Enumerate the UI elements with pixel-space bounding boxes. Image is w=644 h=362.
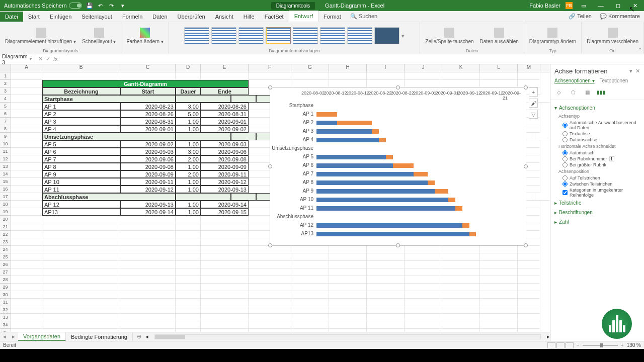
cell[interactable] [367, 314, 405, 321]
cell[interactable] [367, 253, 405, 261]
cell[interactable] [442, 299, 480, 306]
cell[interactable] [176, 193, 231, 201]
cell[interactable]: Abschlussphase [42, 193, 176, 201]
cell[interactable] [291, 268, 329, 276]
cell[interactable] [518, 299, 540, 306]
row-header[interactable]: 32 [0, 306, 11, 314]
row-header[interactable]: 21 [0, 223, 11, 231]
cell[interactable] [120, 253, 176, 261]
cell[interactable]: 2020-09-13 [120, 201, 176, 208]
cell[interactable] [518, 284, 540, 291]
tab-ansicht[interactable]: Ansicht [210, 12, 238, 22]
cell[interactable] [176, 321, 201, 329]
row-header[interactable]: 25 [0, 253, 11, 261]
user-badge[interactable]: FB [566, 2, 573, 9]
cell[interactable] [291, 329, 329, 332]
cell[interactable] [535, 193, 550, 201]
cell[interactable] [201, 276, 249, 284]
cell[interactable]: 2020-09-09 [201, 163, 249, 170]
tab-factset[interactable]: FactSet [260, 12, 289, 22]
cell[interactable] [11, 110, 42, 118]
cell[interactable] [201, 306, 249, 314]
cell[interactable] [405, 253, 442, 261]
cell[interactable] [11, 80, 42, 87]
cell[interactable] [120, 72, 176, 80]
chart-bar[interactable] [316, 197, 455, 202]
cell[interactable] [11, 321, 42, 329]
cell[interactable]: 2020-09-03 [201, 140, 249, 148]
cell[interactable]: Startphase [42, 95, 176, 103]
cell[interactable]: 2020-09-14 [201, 201, 249, 208]
col-header-D[interactable]: D [176, 64, 201, 72]
cell[interactable]: AP 2 [42, 110, 120, 118]
cell[interactable] [11, 299, 42, 306]
cell[interactable] [405, 72, 442, 80]
autosave-toggle[interactable]: Automatisches Speichern [4, 3, 82, 9]
gantt-chart-object[interactable]: 2020-08-022020-08-122020-08-122020-08-22… [270, 87, 526, 246]
hscroll-track[interactable] [154, 334, 541, 339]
cell[interactable] [120, 276, 176, 284]
cell[interactable] [518, 72, 540, 80]
cell[interactable] [176, 238, 201, 246]
cell[interactable] [11, 253, 42, 261]
cell[interactable] [480, 261, 518, 268]
cell[interactable] [291, 80, 329, 87]
row-header[interactable]: 11 [0, 148, 11, 155]
cell[interactable] [42, 291, 120, 299]
cell[interactable] [480, 284, 518, 291]
row-header[interactable]: 26 [0, 261, 11, 268]
cell[interactable] [442, 306, 480, 314]
cell[interactable] [11, 140, 42, 148]
cell[interactable]: 2020-09-08 [120, 163, 176, 170]
cell[interactable] [367, 276, 405, 284]
cell[interactable]: AP 9 [42, 170, 120, 178]
cell[interactable] [367, 291, 405, 299]
chart-bar[interactable] [316, 163, 414, 167]
cell[interactable] [249, 253, 291, 261]
cell[interactable] [442, 314, 480, 321]
row-header[interactable]: 7 [0, 118, 11, 125]
cell[interactable] [120, 284, 176, 291]
cell[interactable] [176, 329, 201, 332]
cell[interactable] [442, 246, 480, 253]
cell[interactable] [518, 321, 540, 329]
sheet-tab-bedingte[interactable]: Bedingte Formatierung [66, 333, 133, 341]
cell[interactable] [176, 223, 201, 231]
cell[interactable] [518, 246, 540, 253]
cell[interactable] [442, 284, 480, 291]
col-header-G[interactable]: G [291, 64, 329, 72]
cell[interactable]: Bezeichnung [42, 87, 120, 95]
cell[interactable]: AP 3 [42, 118, 120, 125]
cell[interactable] [176, 268, 201, 276]
cell[interactable] [42, 276, 120, 284]
cell[interactable] [329, 314, 367, 321]
cell[interactable] [201, 299, 249, 306]
cell[interactable] [480, 246, 518, 253]
section-beschriftungen[interactable]: ▸ Beschriftungen [554, 208, 640, 217]
cell[interactable] [176, 261, 201, 268]
cell[interactable] [42, 253, 120, 261]
cell[interactable] [42, 223, 120, 231]
add-chart-element-button[interactable]: Diagrammelement hinzufügen ▾ [3, 27, 78, 45]
cell[interactable] [291, 261, 329, 268]
cell[interactable] [367, 299, 405, 306]
cell[interactable] [249, 321, 291, 329]
row-header[interactable]: 4 [0, 95, 11, 103]
opt-datumsachse[interactable]: Datumsachse [554, 137, 640, 143]
sheet-nav-next-icon[interactable]: ▸ [9, 333, 18, 340]
chart-style-2[interactable] [211, 27, 236, 44]
cell[interactable] [249, 329, 291, 332]
cell[interactable]: 5,00 [176, 110, 201, 118]
pane-tab-axis-options[interactable]: Achsenoptionen ▾ [554, 78, 595, 83]
cell[interactable] [291, 253, 329, 261]
cell[interactable] [201, 231, 249, 238]
cell[interactable] [201, 72, 249, 80]
cell[interactable] [176, 133, 231, 140]
cell[interactable] [329, 321, 367, 329]
cell[interactable] [11, 329, 42, 332]
view-page-layout-icon[interactable] [556, 342, 565, 348]
cell[interactable] [11, 178, 42, 186]
cell[interactable] [120, 216, 176, 223]
cell[interactable]: 2020-09-08 [201, 155, 249, 163]
cell[interactable] [120, 314, 176, 321]
